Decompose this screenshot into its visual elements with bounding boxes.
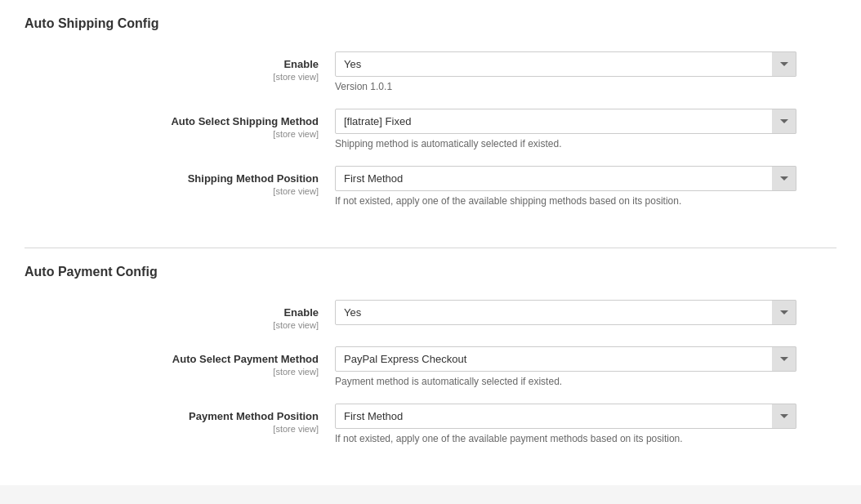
payment-enable-store-view: [store view]: [25, 320, 319, 330]
payment-position-label: Payment Method Position: [25, 410, 319, 422]
payment-enable-field-col: Yes No: [335, 300, 836, 325]
shipping-method-label: Auto Select Shipping Method: [25, 115, 319, 127]
shipping-method-note: Shipping method is automatically selecte…: [335, 138, 836, 149]
payment-method-select[interactable]: PayPal Express Checkout Check / Money or…: [335, 346, 796, 372]
page-wrapper: Auto Shipping Config Enable [store view]…: [0, 0, 861, 485]
shipping-method-select[interactable]: [flatrate] Fixed [freeshipping] Free Shi…: [335, 109, 796, 134]
shipping-position-note: If not existed, apply one of the availab…: [335, 195, 836, 207]
auto-shipping-section: Auto Shipping Config Enable [store view]…: [0, 0, 861, 248]
payment-enable-select[interactable]: Yes No: [335, 300, 796, 325]
payment-method-label-col: Auto Select Payment Method [store view]: [25, 346, 335, 377]
payment-position-field-col: First Method Last Method If not existed,…: [335, 404, 836, 444]
payment-position-row: Payment Method Position [store view] Fir…: [25, 404, 836, 444]
payment-enable-label-col: Enable [store view]: [25, 300, 335, 330]
shipping-version-note: Version 1.0.1: [335, 81, 836, 92]
shipping-position-field-col: First Method Last Method Cheapest Method…: [335, 166, 836, 207]
auto-shipping-title: Auto Shipping Config: [25, 16, 836, 35]
shipping-enable-label: Enable: [25, 58, 319, 70]
shipping-position-label: Shipping Method Position: [25, 172, 319, 185]
payment-position-select[interactable]: First Method Last Method: [335, 404, 796, 429]
payment-method-store-view: [store view]: [25, 367, 319, 377]
shipping-enable-store-view: [store view]: [25, 72, 319, 82]
payment-method-row: Auto Select Payment Method [store view] …: [25, 346, 836, 387]
payment-position-note: If not existed, apply one of the availab…: [335, 433, 836, 444]
payment-method-label: Auto Select Payment Method: [25, 353, 319, 365]
payment-position-store-view: [store view]: [25, 424, 319, 434]
shipping-position-select[interactable]: First Method Last Method Cheapest Method: [335, 166, 796, 191]
shipping-enable-field-col: Yes No Version 1.0.1: [335, 51, 836, 92]
payment-method-field-col: PayPal Express Checkout Check / Money or…: [335, 346, 836, 387]
auto-payment-title: Auto Payment Config: [25, 265, 836, 283]
payment-enable-label: Enable: [25, 306, 319, 319]
shipping-position-store-view: [store view]: [25, 186, 319, 196]
shipping-enable-select-wrapper: Yes No: [335, 51, 796, 77]
shipping-method-field-col: [flatrate] Fixed [freeshipping] Free Shi…: [335, 109, 836, 149]
shipping-enable-select[interactable]: Yes No: [335, 51, 796, 77]
shipping-enable-label-col: Enable [store view]: [25, 51, 335, 82]
shipping-method-label-col: Auto Select Shipping Method [store view]: [25, 109, 335, 139]
shipping-position-select-wrapper: First Method Last Method Cheapest Method: [335, 166, 796, 191]
payment-method-select-wrapper: PayPal Express Checkout Check / Money or…: [335, 346, 796, 372]
payment-enable-select-wrapper: Yes No: [335, 300, 796, 325]
shipping-enable-row: Enable [store view] Yes No Version 1.0.1: [25, 51, 836, 92]
payment-enable-row: Enable [store view] Yes No: [25, 300, 836, 330]
payment-method-note: Payment method is automatically selected…: [335, 376, 836, 387]
shipping-method-select-wrapper: [flatrate] Fixed [freeshipping] Free Shi…: [335, 109, 796, 134]
shipping-position-label-col: Shipping Method Position [store view]: [25, 166, 335, 196]
payment-position-label-col: Payment Method Position [store view]: [25, 404, 335, 434]
shipping-method-row: Auto Select Shipping Method [store view]…: [25, 109, 836, 149]
shipping-position-row: Shipping Method Position [store view] Fi…: [25, 166, 836, 207]
auto-payment-section: Auto Payment Config Enable [store view] …: [0, 248, 861, 485]
payment-position-select-wrapper: First Method Last Method: [335, 404, 796, 429]
shipping-method-store-view: [store view]: [25, 129, 319, 139]
